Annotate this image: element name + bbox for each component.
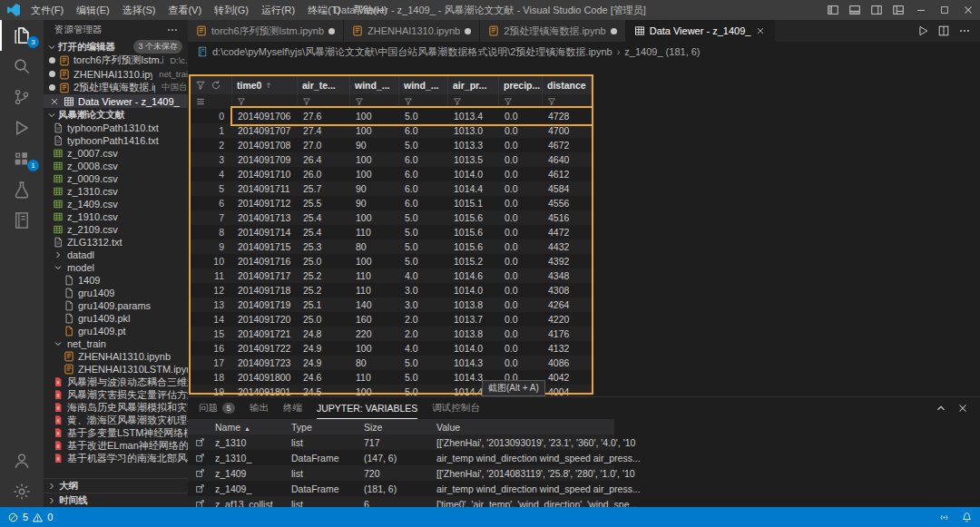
- tree-item[interactable]: ZLG1312.txt: [44, 236, 188, 249]
- data-row[interactable]: 4201409171026.01006.01014.00.04612: [191, 167, 592, 181]
- tree-item[interactable]: 基于改进ELman神经网络的台风风暴...: [44, 439, 188, 452]
- activity-source-control[interactable]: [0, 82, 44, 112]
- tree-item[interactable]: 1409: [44, 274, 188, 287]
- column-filter[interactable]: [350, 94, 399, 109]
- data-row[interactable]: 3201409170926.41006.01013.50.04640: [191, 152, 592, 167]
- tree-folder[interactable]: datadl: [44, 249, 188, 261]
- activity-account[interactable]: [0, 445, 44, 476]
- open-editor-item[interactable]: ZHENHAI1310.ipynbnet_train: [44, 67, 188, 81]
- column-header[interactable]: wind_...: [350, 76, 399, 94]
- data-row[interactable]: 5201409171125.7906.01014.40.04584: [191, 181, 592, 196]
- open-in-data-viewer-icon[interactable]: [195, 437, 205, 447]
- panel-tab[interactable]: JUPYTER: VARIABLES: [317, 397, 417, 419]
- tree-item[interactable]: z_1310.csv: [44, 185, 188, 198]
- close-panel-icon[interactable]: [956, 402, 969, 415]
- column-filter[interactable]: [499, 94, 543, 109]
- tree-item[interactable]: z_2109.csv: [44, 223, 188, 236]
- column-header[interactable]: air_te...: [298, 76, 350, 94]
- vars-column-header[interactable]: Size: [360, 422, 433, 433]
- close-icon[interactable]: [755, 25, 766, 36]
- breadcrumb[interactable]: d:\code\pyMyself\yjs\风暴潮论文文献\中国台站风暴潮数据格式…: [188, 42, 980, 62]
- activity-explorer[interactable]: 3: [0, 20, 44, 51]
- menu-item[interactable]: 运行(R): [255, 0, 301, 20]
- tree-item[interactable]: z_0007.csv: [44, 147, 188, 160]
- variable-row[interactable]: z_af13_collistlist6['time0', 'air_temp',…: [188, 496, 614, 507]
- tree-item[interactable]: z_1910.csv: [44, 210, 188, 223]
- sidebar-section[interactable]: 大纲: [44, 478, 188, 493]
- close-button[interactable]: [956, 0, 980, 20]
- column-header[interactable]: time0: [232, 76, 298, 94]
- maximize-panel-icon[interactable]: [935, 402, 947, 415]
- activity-settings[interactable]: [0, 476, 44, 507]
- folder-section-header[interactable]: 风暴潮论文文献: [44, 108, 188, 122]
- editor-tab[interactable]: torch6序列预测lstm.ipynb: [188, 20, 344, 42]
- tree-item[interactable]: 海南岛历史风暴潮模拟和灾害风险评...: [44, 401, 188, 414]
- close-icon[interactable]: [49, 96, 60, 107]
- data-row[interactable]: 12201409171825.21103.01014.00.04308: [191, 283, 592, 298]
- feedback-icon[interactable]: [938, 512, 950, 523]
- data-row[interactable]: 14201409172025.01602.01013.70.04220: [191, 312, 592, 327]
- tree-item[interactable]: typhoonPath1416.txt: [44, 134, 188, 147]
- maximize-button[interactable]: [933, 0, 956, 20]
- vars-column-header[interactable]: Value: [433, 422, 614, 433]
- data-row[interactable]: 9201409171525.3805.01015.60.04432: [191, 239, 592, 254]
- column-header[interactable]: distance: [543, 76, 592, 94]
- tree-item[interactable]: z_0008.csv: [44, 160, 188, 172]
- activity-run-debug[interactable]: [0, 112, 44, 143]
- vars-column-header[interactable]: Type: [288, 422, 360, 433]
- column-header[interactable]: precip...: [499, 76, 543, 94]
- layout-sidebar-toggle[interactable]: [822, 0, 844, 20]
- tree-item[interactable]: z_0009.csv: [44, 172, 188, 185]
- activity-search[interactable]: [0, 51, 44, 82]
- column-filter[interactable]: [298, 94, 350, 109]
- menu-item[interactable]: 终端(T): [301, 0, 347, 20]
- customize-layout-button[interactable]: [887, 0, 909, 20]
- open-editors-header[interactable]: 打开的编辑器 3 个未保存: [44, 40, 188, 54]
- data-row[interactable]: 6201409171225.5906.01015.10.04556: [191, 196, 592, 210]
- data-row[interactable]: 2201409170827.0905.01013.30.04672: [191, 138, 592, 152]
- variable-row[interactable]: z_1310list717[['ZhenHai', '2013093019', …: [188, 434, 614, 450]
- minimize-button[interactable]: [909, 0, 933, 20]
- layout-secondary-toggle[interactable]: [866, 0, 887, 20]
- menu-item[interactable]: 编辑(E): [70, 0, 116, 20]
- tree-folder[interactable]: net_train: [44, 337, 188, 350]
- sidebar-section[interactable]: 时间线: [44, 493, 188, 507]
- menu-item[interactable]: 帮助(H): [347, 0, 393, 20]
- data-row[interactable]: 13201409171925.11403.01013.80.04264: [191, 298, 592, 312]
- tree-item[interactable]: 风暴潮灾害损失定量评估方法研究-...: [44, 388, 188, 401]
- column-filter[interactable]: [543, 94, 592, 109]
- variable-row[interactable]: z_1310_DataFrame(147, 6)air_temp wind_di…: [188, 450, 614, 465]
- data-row[interactable]: 1201409170727.41006.01013.00.04700: [191, 123, 592, 138]
- breadcrumb-path[interactable]: d:\code\pyMyself\yjs\风暴潮论文文献\中国台站风暴潮数据格式…: [212, 45, 612, 59]
- activity-extensions[interactable]: 1: [0, 143, 44, 174]
- vars-column-header[interactable]: Name▲: [211, 422, 288, 433]
- column-filter[interactable]: [448, 94, 499, 109]
- open-editor-item[interactable]: Data Viewer - z_1409_: [44, 94, 188, 108]
- tree-item[interactable]: gru1409.pkl: [44, 312, 188, 325]
- editor-tab[interactable]: 2预处理镇海数据.ipynb: [480, 20, 625, 42]
- data-row[interactable]: 0201409170627.61005.01013.40.04728: [191, 109, 592, 123]
- menu-item[interactable]: 转到(G): [208, 0, 255, 20]
- notifications-icon[interactable]: [961, 512, 973, 523]
- tree-item[interactable]: typhoonPath1310.txt: [44, 122, 188, 134]
- data-row[interactable]: 15201409172124.82202.01013.80.04176: [191, 327, 592, 341]
- menu-item[interactable]: 选择(S): [116, 0, 162, 20]
- panel-tab[interactable]: 问题5: [199, 397, 235, 419]
- panel-tab[interactable]: 调试控制台: [432, 397, 480, 419]
- tree-item[interactable]: gru1409.pt: [44, 325, 188, 337]
- breadcrumb-symbol[interactable]: z_1409_ (181, 6): [624, 46, 700, 57]
- rows-menu-icon[interactable]: [195, 96, 206, 107]
- more-actions-icon[interactable]: [958, 24, 971, 37]
- layout-panel-toggle[interactable]: [844, 0, 866, 20]
- menu-item[interactable]: 查看(V): [162, 0, 208, 20]
- filter-icon[interactable]: [195, 80, 206, 91]
- tree-item[interactable]: gru1409.params: [44, 299, 188, 312]
- tree-item[interactable]: 风暴潮与波浪动态耦合三维港池模拟...: [44, 376, 188, 388]
- tree-item[interactable]: ZHENHAI1310.ipynb: [44, 350, 188, 363]
- column-filter[interactable]: [232, 94, 298, 109]
- tree-item[interactable]: ZHENHAI1310LSTM.ipynb: [44, 363, 188, 376]
- data-row[interactable]: 11201409171725.21104.01014.60.04348: [191, 268, 592, 283]
- tree-item[interactable]: 黄、渤海区风暴潮致灾机理与风险评...: [44, 414, 188, 426]
- open-editor-item[interactable]: torch6序列预测lstm.ipynbD:\c...: [44, 54, 188, 67]
- activity-jupyter[interactable]: [0, 205, 44, 236]
